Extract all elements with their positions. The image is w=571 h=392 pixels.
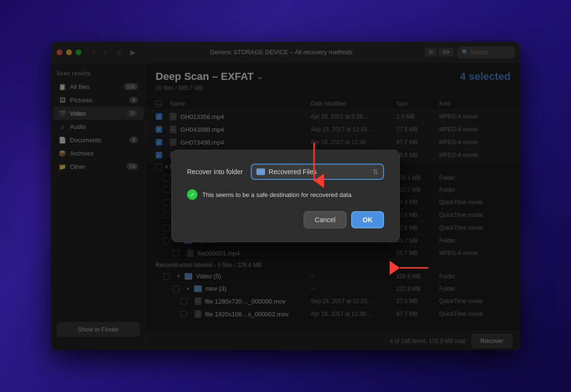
safe-check-icon: ✓ [187,189,197,200]
folder-select-icon [256,168,265,175]
modal-folder-row: Recover into folder Recovered Files ⇅ [187,164,384,180]
folder-select-dropdown[interactable]: Recovered Files ⇅ [251,164,384,180]
main-window: ‹ › ⌂ ▶ Generic STORAGE DEVICE – All rec… [51,42,520,350]
recover-dialog: Recover into folder Recovered Files ⇅ ✓ … [171,150,400,242]
folder-select-chevron-icon: ⇅ [373,168,378,176]
modal-safe-message: ✓ This seems to be a safe destination fo… [187,189,384,200]
folder-select-text: Recovered Files [269,168,369,176]
modal-label: Recover into folder [187,168,243,176]
modal-buttons: Cancel OK [187,211,384,228]
safe-message-text: This seems to be a safe destination for … [202,191,352,198]
cancel-button[interactable]: Cancel [304,211,346,228]
modal-overlay: Recover into folder Recovered Files ⇅ ✓ … [51,42,520,350]
ok-button[interactable]: OK [351,211,384,228]
